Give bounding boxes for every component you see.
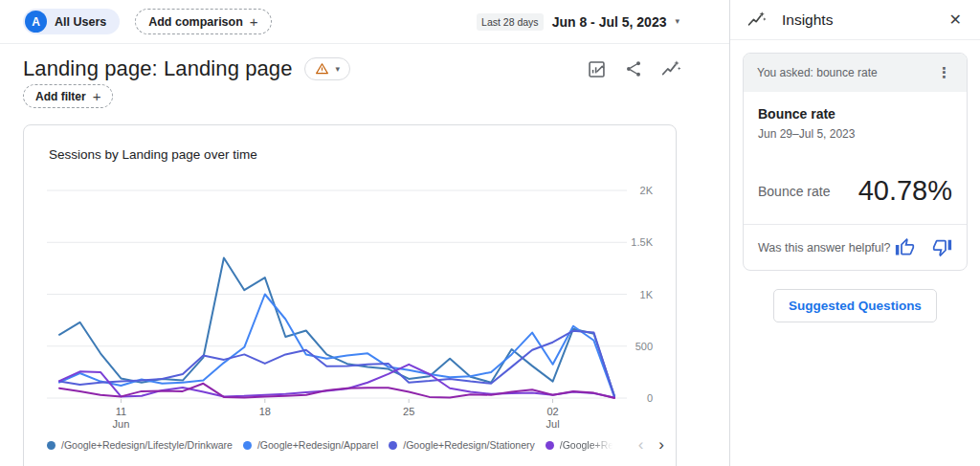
sessions-line-chart: 05001K1.5K2K11Jun182502Jul — [24, 166, 678, 432]
customize-report-icon — [587, 59, 607, 79]
sessions-chart-card: Sessions by Landing page over time 05001… — [23, 124, 677, 466]
audience-chip-all-users[interactable]: A All Users — [23, 9, 120, 34]
insight-question-header: You asked: bounce rate ⋮ — [744, 54, 967, 92]
kebab-menu-icon[interactable]: ⋮ — [935, 64, 953, 81]
suggested-questions-wrap: Suggested Questions — [730, 289, 980, 322]
filter-row: Add filter + — [23, 84, 113, 108]
svg-text:Jul: Jul — [546, 418, 560, 430]
legend-pager: ‹ › — [638, 435, 664, 455]
legend-label: /Google+Redesign/Lifestyle/Drinkware — [61, 439, 233, 451]
legend-label: /Google+Redesign/Apparel — [257, 439, 378, 451]
svg-text:18: 18 — [259, 406, 271, 417]
feedback-buttons — [895, 237, 952, 257]
chart-legend: /Google+Redesign/Lifestyle/Drinkware/Goo… — [47, 435, 664, 455]
insights-panel-header: Insights ✕ — [730, 0, 980, 40]
svg-text:0: 0 — [647, 392, 653, 404]
insight-metric-label: Bounce rate — [758, 184, 831, 199]
add-filter-button[interactable]: Add filter + — [23, 84, 113, 108]
chart-title: Sessions by Landing page over time — [49, 147, 257, 162]
insight-metric-value: 40.78% — [858, 175, 952, 207]
legend-label: /Google+Rede — [560, 439, 615, 451]
legend-dot-icon — [243, 441, 252, 450]
caret-down-icon: ▾ — [336, 65, 341, 74]
insights-panel: Insights ✕ You asked: bounce rate ⋮ Boun… — [729, 0, 980, 466]
insights-sparkle-icon — [746, 10, 767, 30]
insights-toggle-button[interactable] — [660, 58, 681, 79]
legend-item[interactable]: /Google+Redesign/Lifestyle/Drinkware — [47, 439, 233, 451]
svg-text:11: 11 — [116, 406, 126, 417]
svg-text:25: 25 — [403, 406, 414, 417]
insight-metric-title: Bounce rate — [758, 106, 952, 122]
share-report-button[interactable] — [623, 58, 644, 79]
thumb-up-button[interactable] — [895, 237, 915, 257]
data-quality-warning-button[interactable]: ▾ — [304, 57, 351, 80]
page-title: Landing page: Landing page — [23, 56, 293, 81]
svg-text:500: 500 — [635, 341, 653, 352]
svg-text:2K: 2K — [640, 185, 654, 196]
insight-feedback-footer: Was this answer helpful? — [744, 224, 967, 270]
legend-item[interactable]: /Google+Rede — [546, 439, 615, 451]
chart-line-series — [59, 258, 614, 396]
ga4-report-page: { "topbar": { "audience_avatar": "A", "a… — [0, 0, 980, 466]
insight-answer-card: You asked: bounce rate ⋮ Bounce rate Jun… — [743, 53, 968, 271]
legend-dot-icon — [389, 441, 397, 450]
plus-icon: + — [93, 89, 101, 103]
close-icon[interactable]: ✕ — [947, 9, 964, 31]
add-comparison-button[interactable]: Add comparison + — [135, 9, 271, 34]
report-topbar: A All Users Add comparison + Last 28 day… — [0, 0, 729, 44]
svg-text:02: 02 — [546, 406, 558, 417]
insight-question-label: You asked: bounce rate — [757, 66, 935, 79]
date-range-picker[interactable]: Last 28 days Jun 8 - Jul 5, 2023 ▾ — [477, 13, 679, 31]
legend-dot-icon — [546, 441, 554, 450]
report-title-row: Landing page: Landing page ▾ — [23, 54, 681, 84]
customize-report-button[interactable] — [586, 58, 607, 79]
legend-item[interactable]: /Google+Redesign/Stationery — [389, 439, 534, 451]
report-main: A All Users Add comparison + Last 28 day… — [0, 0, 729, 466]
legend-item[interactable]: /Google+Redesign/Apparel — [243, 439, 378, 451]
date-range-text: Jun 8 - Jul 5, 2023 — [552, 14, 667, 30]
caret-down-icon: ▾ — [675, 17, 679, 26]
audience-avatar: A — [25, 11, 47, 33]
insight-metric-row: Bounce rate 40.78% — [758, 175, 952, 207]
add-filter-label: Add filter — [35, 90, 86, 103]
report-toolbar — [586, 58, 681, 79]
legend-next-button[interactable]: › — [658, 435, 664, 455]
chart-line-series — [59, 331, 614, 397]
suggested-questions-button[interactable]: Suggested Questions — [773, 289, 937, 322]
legend-label: /Google+Redesign/Stationery — [403, 439, 534, 451]
insights-sparkle-icon — [660, 58, 681, 79]
add-comparison-label: Add comparison — [148, 15, 243, 29]
svg-text:1K: 1K — [640, 289, 654, 300]
insights-panel-title: Insights — [782, 11, 833, 29]
plus-icon: + — [250, 14, 258, 29]
legend-dot-icon — [47, 441, 56, 450]
svg-text:1.5K: 1.5K — [631, 236, 653, 248]
share-icon — [624, 59, 643, 78]
warning-icon — [315, 62, 329, 76]
audience-label: All Users — [55, 15, 106, 29]
svg-text:Jun: Jun — [113, 418, 130, 430]
date-range-badge: Last 28 days — [477, 13, 544, 31]
legend-items: /Google+Redesign/Lifestyle/Drinkware/Goo… — [47, 439, 626, 451]
insight-card-body: Bounce rate Jun 29–Jul 5, 2023 Bounce ra… — [744, 92, 967, 224]
insight-date-range: Jun 29–Jul 5, 2023 — [758, 127, 952, 141]
feedback-prompt: Was this answer helpful? — [758, 241, 895, 255]
legend-prev-button[interactable]: ‹ — [638, 435, 644, 455]
thumb-down-button[interactable] — [932, 237, 952, 257]
